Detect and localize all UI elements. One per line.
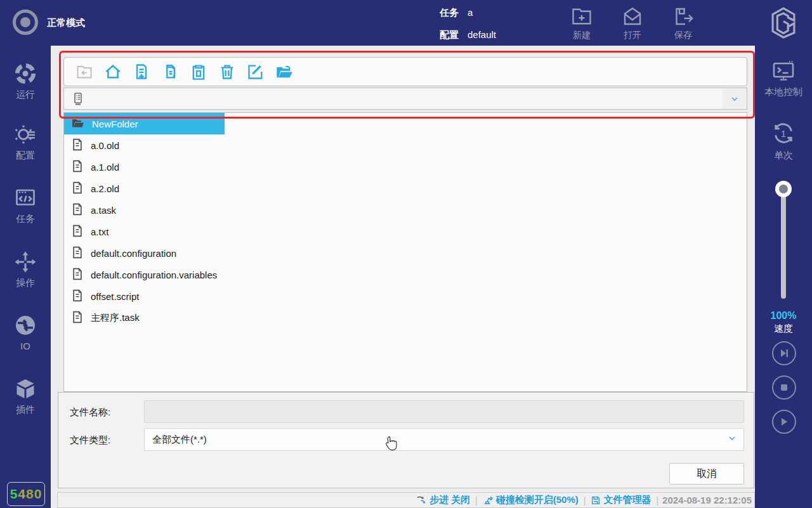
delete-icon [218, 63, 236, 81]
file-toolbar [63, 57, 747, 86]
list-item[interactable]: a.2.old [64, 178, 747, 199]
file-icon [72, 160, 83, 173]
file-name: 主程序.task [91, 312, 140, 324]
sidebar-item-label: 单次 [755, 150, 812, 162]
sidebar-item-single-run[interactable]: 1 单次 [755, 120, 812, 162]
skip-to-end-button[interactable] [772, 341, 796, 365]
new-file-button[interactable] [127, 59, 155, 84]
configure-icon [14, 123, 37, 146]
list-item[interactable]: a.0.old [64, 134, 747, 156]
task-value: a [468, 7, 473, 18]
sidebar-item-local-control[interactable]: 本地控制 [755, 60, 812, 98]
back-button[interactable] [70, 59, 98, 84]
play-button[interactable] [772, 410, 796, 434]
status-separator: | [584, 495, 586, 505]
file-name: a.task [91, 205, 116, 216]
local-control-icon [771, 60, 796, 82]
device-list-icon [70, 91, 86, 107]
sidebar-item-operate[interactable]: 操作 [0, 251, 51, 289]
task-label: 任务 [440, 7, 459, 18]
home-button[interactable] [98, 59, 127, 84]
stop-icon [778, 382, 790, 393]
file-icon [72, 138, 83, 151]
sidebar-item-configure[interactable]: 配置 [0, 123, 51, 162]
new-task-icon [570, 5, 593, 28]
list-item[interactable]: default.configuration.variables [64, 264, 747, 285]
sidebar-item-label: 本地控制 [755, 86, 812, 98]
list-item[interactable]: a.1.old [64, 156, 747, 178]
back-icon [75, 63, 93, 81]
list-item[interactable]: a.txt [64, 221, 747, 242]
sidebar-item-label: IO [0, 341, 51, 351]
sidebar-item-plugin[interactable]: 插件 [0, 377, 51, 416]
plugin-icon [14, 377, 37, 400]
collision-status: 碰撞检测开启(50%) [483, 494, 579, 506]
sidebar-item-task[interactable]: 任务 [0, 186, 51, 225]
speed-slider-knob[interactable] [775, 181, 792, 197]
cancel-button[interactable]: 取消 [669, 463, 744, 485]
list-item[interactable]: NewFolder [64, 113, 225, 134]
config-row: 配置default [440, 29, 496, 41]
file-dialog-form: 文件名称: 文件类型: 全部文件(*.*) 取消 [58, 392, 754, 488]
copy-button[interactable] [155, 59, 184, 84]
step-mode-icon [416, 495, 427, 505]
file-manager-icon [591, 495, 601, 505]
counter-badge: 5480 [7, 482, 45, 506]
task-icon [14, 186, 37, 209]
counter-value: 5480 [10, 486, 43, 502]
brand-logo-icon [765, 4, 802, 41]
sidebar-item-label: 插件 [0, 404, 51, 416]
save-task-icon [672, 5, 695, 28]
play-icon [778, 416, 790, 427]
list-item[interactable]: 主程序.task [64, 307, 747, 329]
open-task-label: 打开 [612, 30, 653, 41]
new-file-icon [133, 63, 150, 81]
speed-slider-track[interactable] [781, 185, 786, 299]
filename-input[interactable] [144, 400, 744, 423]
file-icon [72, 246, 83, 259]
rename-button[interactable] [241, 59, 270, 84]
open-task-button[interactable]: 打开 [612, 5, 653, 41]
speed-percent: 100% [755, 310, 812, 322]
file-name: a.txt [91, 226, 108, 237]
file-icon [72, 268, 83, 280]
sidebar-item-run[interactable]: 运行 [0, 62, 51, 101]
file-name: offset.script [91, 291, 139, 302]
sidebar-item-label: 操作 [0, 277, 51, 289]
new-task-button[interactable]: 新建 [561, 5, 602, 41]
sidebar-item-label: 任务 [0, 213, 51, 225]
sidebar-item-label: 运行 [0, 89, 51, 101]
status-separator: | [475, 495, 478, 505]
delete-button[interactable] [213, 59, 241, 84]
filetype-value: 全部文件(*.*) [145, 434, 721, 446]
file-name: a.0.old [91, 140, 119, 151]
list-item[interactable]: default.configuration [64, 242, 747, 264]
right-sidebar: 本地控制 1 单次 100% 速度 [755, 46, 812, 508]
status-timestamp: 2024-08-19 22:12:05 [662, 495, 752, 505]
filetype-label: 文件类型: [70, 434, 110, 446]
stop-button[interactable] [772, 375, 796, 400]
list-item[interactable]: offset.script [64, 285, 747, 307]
copy-icon [161, 63, 179, 81]
paste-button[interactable] [184, 59, 213, 84]
path-dropdown-button[interactable] [723, 88, 747, 109]
mode-label: 正常模式 [47, 17, 85, 29]
sidebar-item-io[interactable]: IO [0, 314, 51, 351]
new-task-label: 新建 [561, 30, 602, 41]
run-icon [14, 62, 37, 85]
file-icon [72, 203, 83, 216]
left-sidebar: 运行 配置 任务 操作 IO [0, 46, 51, 508]
path-bar[interactable] [63, 88, 747, 110]
filetype-select[interactable]: 全部文件(*.*) [144, 428, 744, 451]
save-task-button[interactable]: 保存 [663, 5, 704, 41]
save-task-label: 保存 [663, 30, 704, 41]
speed-label: 速度 [755, 323, 812, 335]
open-folder-button[interactable] [270, 59, 298, 84]
file-icon [72, 181, 83, 194]
list-item[interactable]: a.task [64, 199, 747, 221]
folder-icon [72, 117, 84, 129]
paste-icon [190, 63, 207, 81]
mode-indicator-icon [13, 10, 38, 35]
file-name: a.1.old [91, 162, 119, 173]
file-name: NewFolder [92, 119, 138, 129]
